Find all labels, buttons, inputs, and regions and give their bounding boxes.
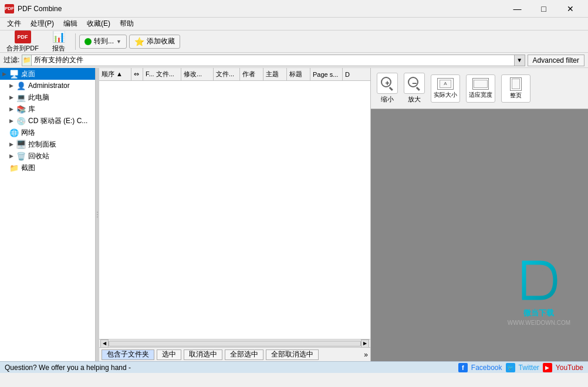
tree-item-thispc[interactable]: ▶ 💻 此电脑 xyxy=(0,91,95,103)
file-list-panel: 顺序 ▲ ⇔ F... 文件... 修改... 文件... 作者 主题 标题 P… xyxy=(99,68,371,361)
actual-size-button[interactable]: A 实际大小 xyxy=(431,74,460,103)
file-list-header: 顺序 ▲ ⇔ F... 文件... 修改... 文件... 作者 主题 标题 P… xyxy=(99,68,370,81)
col-header-filesize[interactable]: 文件... xyxy=(214,68,240,80)
zoom-in-group: + 缩小 xyxy=(377,73,398,104)
filter-label: 过滤: xyxy=(4,55,19,65)
tree-item-cddrive[interactable]: ▶ 💿 CD 驱动器 (E:) C... xyxy=(0,115,95,127)
zoom-out-button[interactable]: − xyxy=(404,73,425,94)
col-header-title[interactable]: 标题 xyxy=(287,68,310,80)
preview-toolbar: + 缩小 − 放大 A xyxy=(371,68,588,109)
expand-arrow-admin: ▶ xyxy=(9,83,16,89)
fit-width-label: 适应宽度 xyxy=(469,91,492,99)
main-toolbar: PDF 合并到PDF 📊 报告 转到... ▼ ⭐ 添加收藏 xyxy=(0,30,588,53)
zoom-in-button[interactable]: + xyxy=(377,73,398,94)
library-icon: 📚 xyxy=(16,104,26,114)
main-area: ▶ 🖥️ 桌面 ▶ 👤 Administrator ▶ 💻 此电脑 ▶ 📚 库 … xyxy=(0,68,588,361)
col-header-subject[interactable]: 主题 xyxy=(263,68,287,80)
menu-edit[interactable]: 编辑 xyxy=(59,18,82,30)
network-icon: 🌐 xyxy=(9,128,19,137)
tree-item-desktop[interactable]: ▶ 🖥️ 桌面 xyxy=(0,68,95,80)
tree-item-recycle[interactable]: ▶ 🗑️ 回收站 xyxy=(0,150,95,162)
expand-arrow-thispc: ▶ xyxy=(9,94,16,100)
col-header-extra[interactable]: D xyxy=(343,68,354,80)
deselect-button[interactable]: 取消选中 xyxy=(184,349,222,360)
expand-arrow-cddrive: ▶ xyxy=(9,118,16,124)
filter-input[interactable]: 所有支持的文件 xyxy=(31,55,514,66)
desktop-icon: 🖥️ xyxy=(9,69,19,79)
tree-label-recycle: 回收站 xyxy=(28,151,49,161)
title-bar: PDF PDF Combine — □ ✕ xyxy=(0,0,588,18)
filter-dropdown-button[interactable]: ▼ xyxy=(515,55,525,66)
advanced-filter-button[interactable]: Advanced filter xyxy=(528,55,584,66)
goto-arrow-icon: ▼ xyxy=(116,39,121,45)
tree-label-desktop: 桌面 xyxy=(21,69,35,79)
app-title: PDF Combine xyxy=(18,5,504,13)
control-icon: 🖥️ xyxy=(16,140,26,149)
fit-width-group: 适应宽度 xyxy=(466,74,495,103)
youtube-icon: ▶ xyxy=(543,363,552,372)
filter-value: 所有支持的文件 xyxy=(34,55,83,65)
col-header-pages[interactable]: Page s... xyxy=(310,68,343,80)
col-header-filename[interactable]: F... 文件... xyxy=(143,68,181,80)
close-button[interactable]: ✕ xyxy=(557,0,583,18)
facebook-icon: f xyxy=(458,363,468,372)
preview-area: 微当下载 WWW.WEIDOWN.COM xyxy=(371,109,588,361)
add-favorites-button[interactable]: ⭐ 添加收藏 xyxy=(129,35,180,49)
deselect-all-button[interactable]: 全部取消选中 xyxy=(266,349,319,360)
tree-label-thispc: 此电脑 xyxy=(28,93,49,103)
select-all-button[interactable]: 全部选中 xyxy=(225,349,263,360)
col-header-order[interactable]: 顺序 ▲ xyxy=(99,68,131,80)
status-bar: Question? We offer you a helping hand - … xyxy=(0,361,588,373)
menu-help[interactable]: 帮助 xyxy=(115,18,138,30)
goto-label: 转到... xyxy=(94,36,114,46)
tree-item-control[interactable]: ▶ 🖥️ 控制面板 xyxy=(0,138,95,150)
tree-label-library: 库 xyxy=(28,104,35,114)
report-button[interactable]: 📊 报告 xyxy=(45,32,72,52)
youtube-label[interactable]: YouTube xyxy=(556,364,583,372)
col-header-pin[interactable]: ⇔ xyxy=(131,68,143,80)
star-icon: ⭐ xyxy=(134,37,144,46)
minimize-button[interactable]: — xyxy=(504,0,530,18)
admin-icon: 👤 xyxy=(16,81,26,90)
tree-item-screenshot[interactable]: 📁 截图 xyxy=(0,162,95,174)
preview-panel: + 缩小 − 放大 A xyxy=(371,68,588,361)
fit-page-button[interactable]: 整页 xyxy=(501,74,530,103)
menu-file[interactable]: 文件 xyxy=(2,18,26,30)
tree-label-admin: Administrator xyxy=(28,82,70,90)
menu-process[interactable]: 处理(P) xyxy=(26,18,59,30)
filter-folder-icon: 📁 xyxy=(22,55,31,66)
tree-label-control: 控制面板 xyxy=(28,140,56,150)
hscrollbar-right-button[interactable]: ▶ xyxy=(361,340,369,348)
expand-arrow-desktop: ▶ xyxy=(2,71,9,77)
file-list-body[interactable] xyxy=(99,81,370,339)
zoom-out-label: 放大 xyxy=(408,95,421,104)
file-list-hscrollbar[interactable]: ◀ ▶ xyxy=(99,339,370,347)
include-subfolder-button[interactable]: 包含子文件夹 xyxy=(102,349,154,360)
facebook-label[interactable]: Facebook xyxy=(471,364,502,372)
merge-to-pdf-button[interactable]: PDF 合并到PDF xyxy=(2,32,43,52)
col-header-author[interactable]: 作者 xyxy=(240,68,263,80)
fit-page-label: 整页 xyxy=(510,91,522,100)
tree-item-admin[interactable]: ▶ 👤 Administrator xyxy=(0,80,95,91)
menu-favorites[interactable]: 收藏(E) xyxy=(82,18,115,30)
fit-width-button[interactable]: 适应宽度 xyxy=(466,74,495,103)
screenshot-icon: 📁 xyxy=(9,163,19,172)
maximize-button[interactable]: □ xyxy=(530,0,557,18)
hscrollbar-left-button[interactable]: ◀ xyxy=(100,340,109,348)
more-button[interactable]: » xyxy=(364,351,368,359)
green-dot-icon xyxy=(85,38,92,45)
twitter-label[interactable]: Twitter xyxy=(519,364,539,372)
select-button[interactable]: 选中 xyxy=(157,349,181,360)
tree-item-library[interactable]: ▶ 📚 库 xyxy=(0,103,95,115)
toolbar-separator-1 xyxy=(75,33,76,50)
goto-button[interactable]: 转到... ▼ xyxy=(79,35,127,49)
actual-size-group: A 实际大小 xyxy=(431,74,460,103)
tree-label-cddrive: CD 驱动器 (E:) C... xyxy=(28,116,87,126)
app-icon: PDF xyxy=(5,4,14,13)
tree-item-network[interactable]: 🌐 网络 xyxy=(0,127,95,138)
thispc-icon: 💻 xyxy=(16,93,26,102)
hscrollbar-track[interactable] xyxy=(109,341,361,347)
watermark-text: 微当下载 xyxy=(508,308,570,318)
col-header-modified[interactable]: 修改... xyxy=(181,68,214,80)
cddrive-icon: 💿 xyxy=(16,116,26,125)
